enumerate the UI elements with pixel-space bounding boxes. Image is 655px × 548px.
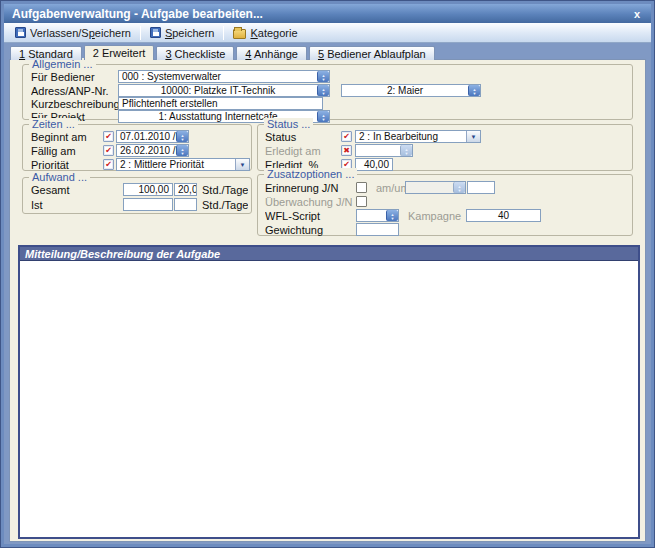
save-icon [15, 27, 26, 38]
spinner-button[interactable]: ▲▼ [468, 85, 480, 96]
spinner-button[interactable]: ▲▼ [317, 111, 329, 122]
window-title: Aufgabenverwaltung - Aufgabe bearbeiten.… [12, 7, 263, 21]
group-zeiten: Zeiten ... Beginnt am ✔ 07.01.2010 /Do ▲… [22, 124, 252, 171]
arrow-down-icon: ▼ [458, 188, 462, 191]
folder-open-icon [233, 29, 246, 39]
erledigt-am-input[interactable]: ▲▼ [355, 144, 413, 157]
faellig-am-label: Fällig am [31, 145, 103, 157]
status-checkbox[interactable]: ✔ [341, 131, 352, 142]
category-button[interactable]: Kategorie [227, 25, 303, 41]
mitteilung-header: Mitteilung/Beschreibung der Aufgabe [20, 247, 638, 261]
kurzbeschreibung-label: Kurzbeschreibung [31, 98, 118, 110]
arrow-down-icon: ▼ [240, 162, 246, 168]
tab-checkliste[interactable]: 3 Checkliste [156, 46, 234, 60]
status-combo[interactable]: 2 : In Bearbeitung ▼ [355, 130, 481, 143]
category-label: Kategorie [250, 27, 297, 39]
beginnt-am-input[interactable]: 07.01.2010 /Do ▲▼ [116, 130, 189, 143]
dropdown-button[interactable]: ▼ [466, 131, 480, 142]
faellig-am-input[interactable]: 26.02.2010 /Fr ▲▼ [116, 144, 189, 157]
ist-stunden-input[interactable] [123, 198, 173, 211]
ist-tage-input[interactable] [174, 198, 197, 211]
arrow-down-icon: ▼ [181, 151, 185, 154]
toolbar-separator [140, 26, 141, 40]
arrow-down-icon: ▼ [322, 117, 326, 120]
group-status-title: Status ... [264, 118, 313, 130]
erinnerung-checkbox[interactable] [356, 182, 367, 193]
tab-standard[interactable]: 1 Standard [10, 46, 82, 60]
spinner-button[interactable]: ▲▼ [176, 145, 188, 156]
fuer-bediener-combo[interactable]: 000 : Systemverwalter ▲▼ [118, 70, 330, 83]
save-button[interactable]: Speichern [144, 25, 221, 41]
arrow-down-icon: ▼ [473, 91, 477, 94]
gesamt-unit-label: Std./Tage [202, 184, 248, 196]
fuer-bediener-label: Für Bediener [31, 71, 118, 83]
gesamt-tage-input[interactable]: 20,0 [174, 183, 197, 196]
tab-erweitert[interactable]: 2 Erweitert [84, 45, 155, 60]
leave-save-button[interactable]: Verlassen/Speichern [9, 25, 137, 41]
arrow-down-icon: ▼ [322, 91, 326, 94]
close-icon[interactable]: x [631, 8, 643, 20]
spinner-button[interactable]: ▲▼ [317, 71, 329, 82]
ueberwachung-checkbox[interactable] [356, 196, 367, 207]
status-label: Status [265, 131, 341, 143]
group-zeiten-title: Zeiten ... [29, 118, 78, 130]
erledigt-prozent-input[interactable]: 40,00 [355, 158, 393, 171]
spinner-button[interactable]: ▲▼ [386, 210, 398, 221]
arrow-down-icon: ▼ [181, 137, 185, 140]
ueberwachung-label: Überwachung J/N [265, 196, 356, 208]
toolbar: Verlassen/Speichern Speichern Kategorie [4, 23, 651, 43]
app-window: Aufgabenverwaltung - Aufgabe bearbeiten.… [0, 0, 655, 548]
gesamt-label: Gesamt [31, 184, 123, 196]
kurzbeschreibung-input[interactable]: Pflichtenheft erstellen [118, 97, 323, 110]
erledigt-am-label: Erledigt am [265, 145, 341, 157]
group-zusatzoptionen: Zusatzoptionen ... Erinnerung J/N am/um … [257, 174, 633, 236]
ist-label: Ist [31, 199, 123, 211]
am-um-label: am/um [376, 182, 405, 194]
tab-bediener-ablaufplan[interactable]: 5 Bediener Ablaufplan [309, 46, 435, 60]
ist-unit-label: Std./Tage [202, 199, 248, 211]
group-status: Status ... Status ✔ 2 : In Bearbeitung ▼… [257, 124, 633, 171]
leave-save-label: Verlassen/Speichern [30, 27, 131, 39]
form-background: 1 Standard 2 Erweitert 3 Checkliste 4 An… [4, 43, 651, 544]
adress-anp-combo[interactable]: 10000: Platzke IT-Technik ▲▼ [118, 84, 330, 97]
arrow-down-icon: ▼ [322, 77, 326, 80]
erinnerung-zusatz-input[interactable] [467, 181, 495, 194]
beginnt-am-checkbox[interactable]: ✔ [103, 131, 114, 142]
group-zusatzoptionen-title: Zusatzoptionen ... [264, 168, 357, 180]
spinner-button[interactable]: ▲▼ [400, 145, 412, 156]
faellig-am-checkbox[interactable]: ✔ [103, 145, 114, 156]
wfl-script-combo[interactable]: ▲▼ [356, 209, 399, 222]
save-icon [150, 27, 161, 38]
arrow-down-icon: ▼ [391, 216, 395, 219]
ansprechpartner-combo[interactable]: 2: Maier ▲▼ [341, 84, 481, 97]
prioritaet-combo[interactable]: 2 : Mittlere Priorität ▼ [116, 158, 250, 171]
group-allgemein: Allgemein ... Für Bediener 000 : Systemv… [22, 64, 633, 120]
mitteilung-textarea[interactable] [20, 262, 638, 537]
title-bar[interactable]: Aufgabenverwaltung - Aufgabe bearbeiten.… [4, 4, 651, 23]
wfl-script-label: WFL-Script [265, 210, 356, 222]
gesamt-stunden-input[interactable]: 100,00 [123, 183, 173, 196]
group-aufwand: Aufwand ... Gesamt 100,00 20,0 Std./Tage… [22, 177, 252, 214]
prioritaet-checkbox[interactable]: ✔ [103, 159, 114, 170]
tab-page-erweitert: Allgemein ... Für Bediener 000 : Systemv… [9, 59, 646, 542]
adress-anp-label: Adress/ANP-Nr. [31, 85, 118, 97]
spinner-button[interactable]: ▲▼ [317, 85, 329, 96]
group-aufwand-title: Aufwand ... [29, 171, 90, 183]
spinner-button[interactable]: ▲▼ [453, 182, 465, 193]
tab-strip: 1 Standard 2 Erweitert 3 Checkliste 4 An… [10, 45, 437, 60]
spinner-button[interactable]: ▲▼ [176, 131, 188, 142]
erledigt-am-checkbox[interactable]: ✖ [341, 145, 352, 156]
kampagne-label: Kampagne [408, 210, 466, 222]
toolbar-separator [223, 26, 224, 40]
save-label: Speichern [165, 27, 215, 39]
erinnerung-zeit-combo[interactable]: ▲▼ [405, 181, 466, 194]
mitteilung-panel: Mitteilung/Beschreibung der Aufgabe [18, 245, 640, 539]
erinnerung-label: Erinnerung J/N [265, 182, 356, 194]
gewichtung-input[interactable] [356, 223, 399, 236]
gewichtung-label: Gewichtung [265, 224, 356, 236]
tab-anhaenge[interactable]: 4 Anhänge [236, 46, 307, 60]
arrow-down-icon: ▼ [471, 134, 477, 140]
prioritaet-label: Priorität [31, 159, 103, 171]
dropdown-button[interactable]: ▼ [235, 159, 249, 170]
kampagne-input[interactable]: 40 [466, 209, 541, 222]
